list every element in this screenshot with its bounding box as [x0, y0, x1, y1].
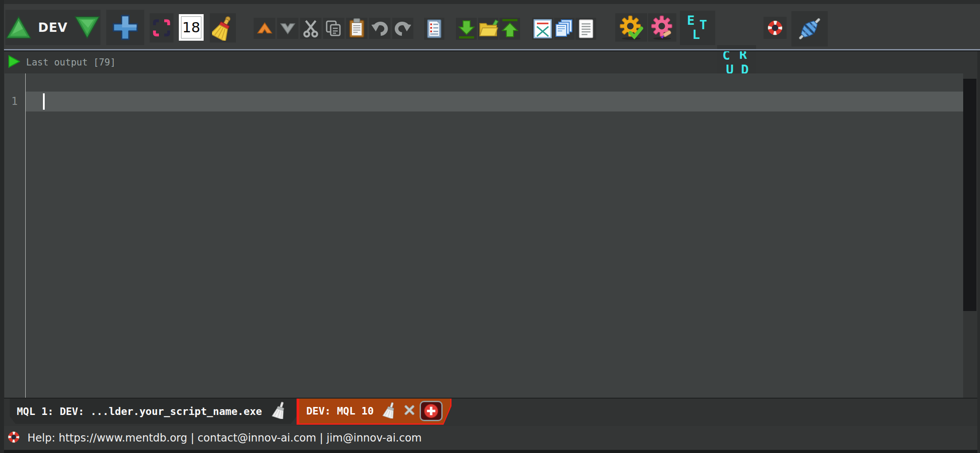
- chevron-up-orange-icon: [255, 19, 274, 37]
- broom-icon: [212, 15, 234, 41]
- broom-white-icon[interactable]: [272, 401, 288, 421]
- lifebuoy-icon: [6, 430, 21, 446]
- form-document-button[interactable]: [424, 18, 444, 40]
- settings-check-button[interactable]: [615, 13, 647, 42]
- status-bar: Help: https://www.mentdb.org | contact@i…: [0, 426, 980, 450]
- clipboard-paste-icon: [347, 18, 366, 38]
- selection-brackets-button[interactable]: [150, 13, 174, 42]
- text-caret: [43, 93, 45, 110]
- elt-letter-t: T: [699, 17, 707, 32]
- play-icon[interactable]: [8, 55, 21, 70]
- cut-button[interactable]: [300, 18, 321, 39]
- gutter-separator: [25, 73, 26, 398]
- broom-white-icon[interactable]: [382, 402, 397, 421]
- chart-document-icon: [533, 19, 552, 39]
- font-size-value: 18: [181, 16, 201, 38]
- plus-icon: [112, 14, 138, 41]
- new-script-button[interactable]: [106, 10, 144, 45]
- dev-environment-group: DEV: [5, 10, 100, 45]
- text-document-icon: [577, 19, 595, 39]
- add-tab-button[interactable]: [420, 401, 443, 421]
- vertical-scrollbar[interactable]: [963, 79, 976, 311]
- elt-letter-l: L: [692, 27, 700, 42]
- undo-icon: [370, 19, 390, 37]
- elt-button[interactable]: E T L: [680, 11, 715, 45]
- gear-pink-icon: [649, 14, 675, 41]
- current-line-highlight: [26, 92, 963, 111]
- arrow-down-green-icon: [457, 18, 476, 39]
- help-button[interactable]: [764, 17, 787, 39]
- elt-letter-e: E: [687, 13, 694, 28]
- open-folder-button[interactable]: [478, 18, 498, 40]
- move-down-button[interactable]: [277, 18, 298, 39]
- copy-button[interactable]: [323, 18, 344, 39]
- line-number: 1: [4, 92, 21, 111]
- redo-icon: [393, 19, 413, 37]
- chart-document-button[interactable]: [532, 18, 553, 40]
- blue-documents-icon: [554, 19, 575, 39]
- tab-mql-10-active-border: DEV: MQL 10: [297, 399, 451, 425]
- mentdb-editor-window: DEV: [0, 0, 980, 453]
- chevron-down-icon: [278, 19, 297, 37]
- import-button[interactable]: [456, 18, 477, 40]
- right-window-border: [977, 51, 980, 453]
- left-window-border: [0, 0, 4, 453]
- arrow-up-green-icon: [501, 18, 519, 39]
- undo-button[interactable]: [369, 18, 390, 39]
- font-size-input[interactable]: 18: [179, 14, 204, 41]
- connector-button[interactable]: [791, 11, 828, 46]
- toolbar: DEV: [0, 0, 980, 49]
- code-editor[interactable]: 1: [4, 73, 963, 398]
- lifebuoy-icon: [765, 18, 785, 38]
- tab-mql-10-active[interactable]: DEV: MQL 10: [299, 399, 450, 423]
- tab-label: DEV: MQL 10: [306, 405, 374, 417]
- triangle-down-icon[interactable]: [74, 15, 100, 39]
- copy-icon: [324, 19, 343, 37]
- script-tab-bar: MQL 1: DEV: ...lder.your_script_name.exe…: [0, 399, 980, 426]
- tab-label: MQL 1: DEV: ...lder.your_script_name.exe: [17, 406, 262, 417]
- form-document-icon: [425, 19, 443, 39]
- text-document-button[interactable]: [575, 18, 596, 40]
- export-button[interactable]: [499, 18, 520, 40]
- tab-mql-1[interactable]: MQL 1: DEV: ...lder.your_script_name.exe: [10, 399, 297, 424]
- last-output-label: Last output [79]: [26, 57, 116, 68]
- clean-button[interactable]: [210, 13, 236, 42]
- dev-label: DEV: [38, 20, 68, 35]
- help-text: Help: https://www.mentdb.org | contact@i…: [27, 432, 422, 444]
- redo-button[interactable]: [392, 18, 413, 39]
- selection-brackets-icon: [151, 18, 172, 38]
- triangle-up-icon[interactable]: [5, 15, 32, 39]
- settings-pink-button[interactable]: [648, 13, 676, 42]
- close-icon[interactable]: [404, 404, 415, 418]
- last-output-header[interactable]: Last output [79]: [0, 51, 980, 73]
- documents-button[interactable]: [554, 18, 575, 40]
- connector-plug-icon: [795, 14, 825, 44]
- bottom-strip: [0, 450, 980, 453]
- gear-check-icon: [617, 14, 645, 41]
- scissors-icon: [302, 19, 320, 38]
- toolbar-top-strip: [0, 0, 980, 4]
- move-up-button[interactable]: [254, 18, 275, 39]
- folder-edit-icon: [478, 19, 498, 38]
- paste-button[interactable]: [346, 18, 367, 39]
